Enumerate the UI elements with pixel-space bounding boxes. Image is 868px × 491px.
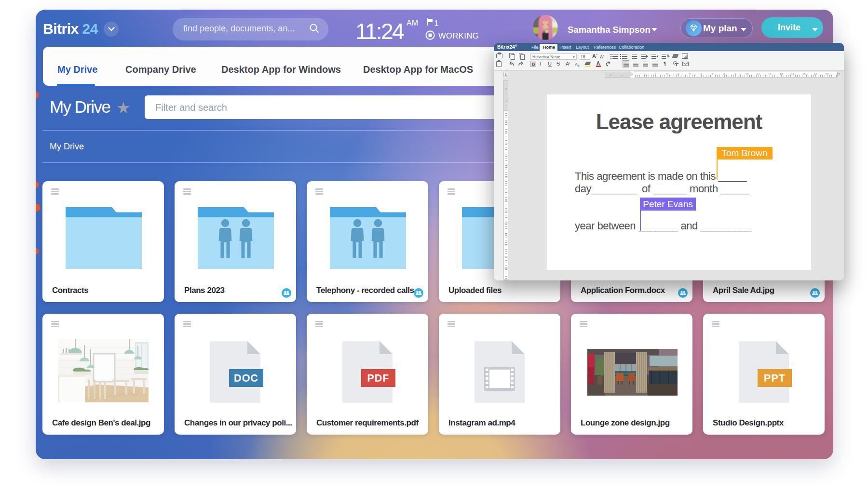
- svg-text:DOC: DOC: [234, 372, 258, 384]
- svg-text:PPT: PPT: [764, 372, 786, 384]
- svg-text:PDF: PDF: [367, 372, 390, 384]
